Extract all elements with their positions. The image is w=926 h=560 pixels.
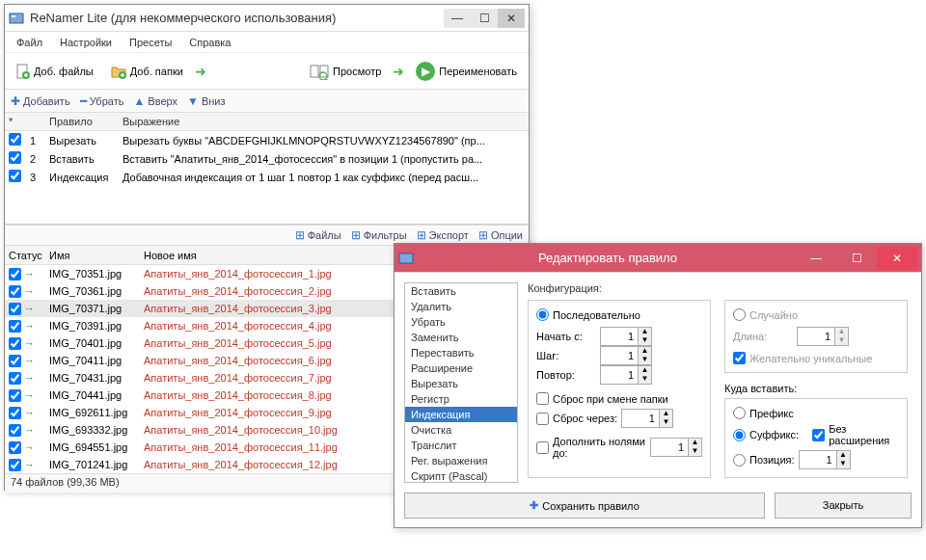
noext-label: Без расширения [829, 423, 899, 446]
start-spinner[interactable]: ▲▼ [600, 327, 652, 346]
save-rule-label: Сохранить правило [542, 500, 640, 512]
rule-type-item[interactable]: Рег. выражения [405, 453, 517, 468]
dialog-maximize-button[interactable]: ☐ [836, 247, 877, 270]
position-spinner[interactable]: ▲▼ [799, 450, 851, 469]
rule-num: 1 [30, 135, 49, 147]
filters-tab[interactable]: ⊞Фильтры [351, 228, 407, 242]
arrow-icon: → [24, 459, 35, 470]
pad-spinner[interactable]: ▲▼ [650, 438, 702, 457]
options-tab[interactable]: ⊞Опции [478, 228, 523, 242]
rule-type-item[interactable]: Очистка [405, 422, 517, 438]
arrow-icon: → [24, 320, 35, 332]
repeat-label: Повтор: [536, 369, 596, 381]
len-spinner[interactable]: ▲▼ [797, 327, 849, 346]
file-check[interactable] [9, 424, 21, 437]
rule-check[interactable] [9, 170, 21, 182]
file-check[interactable] [9, 355, 21, 367]
rule-name: Индексация [49, 172, 123, 183]
rule-type-item[interactable]: Расширение [405, 360, 517, 376]
files-col-name: Имя [49, 250, 144, 261]
random-radio[interactable]: Случайно [733, 308, 899, 321]
move-up-button[interactable]: ▲Вверх [133, 94, 177, 108]
prefix-radio[interactable]: Префикс [733, 407, 899, 419]
seq-radio[interactable]: Последовательно [536, 308, 702, 321]
file-check[interactable] [9, 389, 21, 402]
dialog-minimize-button[interactable]: — [796, 247, 836, 270]
arrow-icon: → [24, 268, 35, 280]
file-check[interactable] [9, 337, 21, 350]
arrow-icon: → [24, 389, 35, 401]
maximize-button[interactable]: ☐ [471, 9, 498, 28]
repeat-spinner[interactable]: ▲▼ [600, 365, 652, 385]
file-check[interactable] [9, 303, 21, 315]
rule-type-item[interactable]: Вырезать [405, 376, 517, 391]
menu-file[interactable]: Файл [9, 34, 50, 51]
rule-type-item[interactable]: Индексация [405, 407, 517, 422]
rename-button[interactable]: ▶ Переименовать [410, 58, 523, 85]
file-check[interactable] [9, 268, 21, 280]
plus-icon: ✚ [11, 94, 20, 108]
where-label: Куда вставить: [724, 383, 908, 394]
file-name: IMG_692611.jpg [49, 407, 144, 418]
unique-check[interactable]: Желательно уникальные [733, 352, 899, 364]
rule-type-item[interactable]: Удалить [405, 299, 517, 314]
pad-check[interactable]: Дополнить нолями до:▲▼ [536, 436, 702, 459]
file-name: IMG_70361.jpg [49, 285, 144, 297]
rule-type-item[interactable]: Скрипт (Pascal) [405, 468, 517, 483]
reset-folder-check[interactable]: Сброс при смене папки [536, 392, 702, 405]
file-check[interactable] [9, 372, 21, 385]
add-folders-button[interactable]: Доб. папки [105, 60, 189, 83]
position-radio[interactable]: Позиция:▲▼ [733, 450, 899, 469]
arrow-icon: → [24, 372, 35, 384]
file-check[interactable] [9, 441, 21, 454]
noext-check[interactable] [812, 429, 825, 441]
rule-type-item[interactable]: Убрать [405, 314, 517, 330]
file-check[interactable] [9, 459, 21, 471]
rules-grid: * Правило Выражение 1ВырезатьВырезать бу… [5, 113, 529, 225]
close-dialog-button[interactable]: Закрыть [775, 493, 912, 519]
file-name: IMG_693332.jpg [49, 424, 144, 436]
step-spinner[interactable]: ▲▼ [600, 346, 652, 365]
files-tab[interactable]: ⊞Файлы [295, 228, 341, 242]
export-icon: ⊞ [417, 228, 426, 242]
rule-row[interactable]: 2ВставитьВставить "Апатиты_янв_2014_фото… [5, 149, 529, 168]
preview-button[interactable]: Просмотр [304, 59, 387, 84]
file-check[interactable] [9, 320, 21, 333]
menu-settings[interactable]: Настройки [52, 34, 120, 51]
menu-help[interactable]: Справка [181, 34, 238, 51]
rule-num: 3 [30, 172, 49, 183]
reset-every-check[interactable]: Сброс через:▲▼ [536, 409, 702, 428]
move-down-button[interactable]: ▼Вниз [187, 94, 226, 108]
folder-add-icon [111, 64, 126, 79]
main-titlebar: ReNamer Lite (для некоммерческого исполь… [5, 5, 529, 32]
rule-type-item[interactable]: Регистр [405, 391, 517, 407]
rule-row[interactable]: 1ВырезатьВырезать буквы "ABCDEFGHIJKLMNO… [5, 131, 529, 149]
rule-type-item[interactable]: Вставить [405, 283, 517, 299]
file-check[interactable] [9, 285, 21, 298]
rule-type-item[interactable]: Переставить [405, 345, 517, 360]
save-rule-button[interactable]: ✚Сохранить правило [404, 493, 765, 519]
rule-check[interactable] [9, 151, 21, 164]
suffix-radio[interactable]: Суффикс: Без расширения [733, 423, 899, 446]
reset-every-spinner[interactable]: ▲▼ [621, 409, 673, 428]
pad-label: Дополнить нолями до: [553, 436, 646, 459]
plus-icon: ✚ [530, 499, 538, 512]
minimize-button[interactable]: — [444, 9, 471, 28]
add-rule-button[interactable]: ✚Добавить [11, 94, 70, 108]
rule-type-list[interactable]: ВставитьУдалитьУбратьЗаменитьПереставить… [404, 282, 518, 483]
app-icon [398, 251, 414, 266]
rules-col-check: * [9, 116, 30, 127]
file-name: IMG_70371.jpg [49, 303, 144, 314]
rule-type-item[interactable]: Транслит [405, 438, 517, 453]
dialog-close-button[interactable]: ✕ [877, 247, 917, 270]
add-files-button[interactable]: Доб. файлы [11, 60, 99, 83]
export-tab[interactable]: ⊞Экспорт [417, 228, 469, 242]
menu-presets[interactable]: Пресеты [122, 34, 179, 51]
remove-rule-button[interactable]: ━Убрать [80, 94, 124, 108]
rule-row[interactable]: 3ИндексацияДобавочная индексация от 1 ша… [5, 168, 529, 186]
rule-check[interactable] [9, 133, 21, 146]
preview-icon [310, 63, 329, 80]
file-check[interactable] [9, 407, 21, 419]
rule-type-item[interactable]: Заменить [405, 330, 517, 345]
close-button[interactable]: ✕ [498, 9, 525, 28]
